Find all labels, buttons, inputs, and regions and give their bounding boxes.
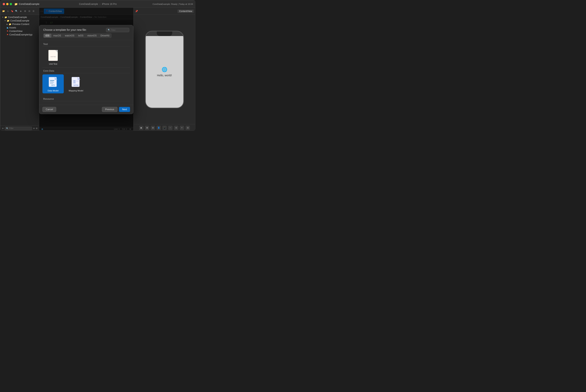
sidebar-item-project-root[interactable]: ▼ 📁 CoreDataExample [1, 16, 39, 19]
tab-driverkit[interactable]: DriverKit [99, 34, 111, 38]
phone-notch [157, 32, 172, 36]
section-header-resource: Resource [43, 96, 130, 101]
modal-footer: Cancel Previous Next [39, 105, 133, 114]
modal-header: Choose a template for your new file: iOS… [39, 25, 133, 40]
folder-icon[interactable]: 📂 [2, 10, 6, 13]
svg-rect-2 [50, 80, 54, 81]
svg-rect-3 [50, 81, 54, 82]
tab-macos[interactable]: macOS [51, 34, 63, 38]
sidebar-options-button[interactable]: ⊕ [33, 127, 35, 130]
sidebar-item-group[interactable]: ▼ 📁 CoreDataExample [1, 19, 39, 22]
sidebar-label-contentview: ContentView [9, 30, 23, 32]
globe-icon: 🌐 [162, 67, 167, 72]
template-geojson[interactable]: GEOJSON GeoJSON File [88, 102, 110, 105]
preview-toolbar: 📌 ContentView [134, 8, 195, 15]
next-button[interactable]: Next [119, 107, 130, 112]
diff-icon[interactable]: ◈ [19, 10, 23, 13]
titlebar-center: CoreDataExample › iPhone 16 Pro [79, 2, 117, 6]
unit-test-icon: Unit Test [48, 49, 59, 62]
bookmark-icon[interactable]: 🔖 [11, 10, 14, 13]
preview-btn-2[interactable]: ⊞ [145, 126, 149, 130]
app-swift-icon: ⚑ [7, 34, 9, 36]
sidebar-item-contentview[interactable]: ⚑ ContentView [1, 30, 39, 33]
sidebar-item-assets[interactable]: ◼ Assets [1, 26, 39, 30]
template-data-model[interactable]: DATA Data Model [43, 74, 64, 93]
zoom-in-button[interactable]: + [180, 126, 184, 130]
preview-folder-icon: 📁 [9, 23, 12, 26]
template-app-privacy[interactable]: PLIST App Privacy [43, 102, 64, 105]
search-icon[interactable]: 🔍 [15, 10, 18, 13]
preview-tab[interactable]: ContentView [178, 10, 194, 13]
preview-btn-3[interactable]: ⊟ [151, 126, 155, 130]
sidebar-content: ▼ 📁 CoreDataExample ▼ 📁 CoreDataExample … [1, 15, 39, 125]
pin-icon[interactable]: 📌 [135, 10, 138, 12]
previous-button[interactable]: Previous [102, 107, 118, 112]
add-file-button[interactable]: + [2, 127, 4, 130]
sidebar-bottom-bar: + 🔍 Filter ⊕ ⊞ [1, 125, 39, 131]
template-mapping-model[interactable]: MAPPING Mapping Model [65, 74, 87, 93]
titlebar-icon: 📁 [14, 2, 18, 6]
section-resource: Resource [43, 96, 130, 105]
grid-icon[interactable]: ⊞ [23, 10, 27, 13]
zoom-actual-button[interactable]: ⊡ [186, 126, 190, 130]
phone-screen: 🌐 Hello, world! [146, 36, 183, 108]
geojson-icon: GEOJSON [93, 104, 104, 105]
titlebar-status: CoreDataExample: Ready | Today at 16:04 [153, 3, 193, 5]
mapping-model-icon: MAPPING [71, 76, 81, 88]
layout-icon[interactable]: ⊟ [28, 10, 31, 13]
preview-btn-1[interactable]: ◉ [139, 126, 143, 130]
swift-icon: ⚑ [7, 30, 9, 32]
minimize-button[interactable] [6, 3, 9, 5]
template-unit-test[interactable]: Unit Test Unit Test [43, 48, 64, 66]
close-button[interactable] [3, 3, 5, 5]
platform-tabs: iOS macOS watchOS tvOS visionOS DriverKi… [43, 33, 112, 38]
tab-tvos[interactable]: tvOS [76, 34, 86, 38]
section-header-coredata: Core Data [43, 68, 130, 73]
preview-btn-5[interactable]: 📱 [162, 126, 167, 130]
warning-icon[interactable]: ⚠ [6, 10, 10, 13]
data-model-icon: DATA [48, 76, 59, 88]
svg-rect-5 [50, 83, 53, 84]
sidebar-item-app[interactable]: ⚑ CoreDataExampleApp [1, 33, 39, 36]
tab-watchos[interactable]: watchOS [63, 34, 76, 38]
sidebar-filter-box: 🔍 Filter [5, 127, 32, 130]
mapping-model-label: Mapping Model [69, 90, 83, 92]
maximize-button[interactable] [10, 3, 12, 5]
section-coredata: Core Data [43, 68, 130, 93]
titlebar-project-name: CoreDataExample [19, 2, 39, 6]
preview-btn-4[interactable]: 👤 [157, 126, 161, 130]
preview-content: 🌐 Hello, world! [134, 15, 195, 124]
tab-visionos[interactable]: visionOS [85, 34, 99, 38]
preview-area: 📌 ContentView 🌐 Hello, world! ◉ ⊞ ⊟ 👤 📱 [133, 8, 195, 131]
sidebar-label-assets: Assets [9, 26, 16, 29]
phone-mockup: 🌐 Hello, world! [145, 31, 184, 108]
zoom-out-button[interactable]: − [168, 126, 173, 130]
sidebar-view-button[interactable]: ⊞ [36, 127, 38, 130]
traffic-lights [3, 3, 12, 5]
unit-test-label: Unit Test [49, 63, 57, 65]
filter-icon: 🔍 [6, 128, 8, 130]
project-icon: 📁 [5, 16, 7, 18]
sidebar-toolbar: 📂 ⚠ 🔖 🔍 ◈ ⊞ ⊟ ☰ [1, 8, 39, 15]
device-label: iPhone 16 Pro [102, 3, 117, 6]
filter-placeholder: Filter [111, 29, 116, 31]
modal-filter-input[interactable]: 🔍 Filter [106, 28, 129, 32]
sidebar-item-preview-content[interactable]: ▶ 📁 Preview Content [1, 22, 39, 26]
run-destination: CoreDataExample [79, 3, 98, 6]
tab-ios[interactable]: iOS [44, 34, 51, 38]
sidebar-label-preview: Preview Content [12, 23, 29, 26]
cancel-button[interactable]: Cancel [43, 107, 56, 112]
sidebar-label-root: CoreDataExample [8, 16, 27, 18]
zoom-fit-button[interactable]: ⊙ [174, 126, 178, 130]
hello-world-text: Hello, world! [157, 74, 172, 77]
app-privacy-icon: PLIST [48, 104, 59, 105]
template-asset-catalog[interactable]: Asset Catalog [65, 102, 87, 105]
group-icon: 📁 [7, 20, 10, 22]
template-modal: Choose a template for your new file: iOS… [39, 25, 133, 114]
svg-rect-4 [50, 82, 54, 83]
sidebar: 📂 ⚠ 🔖 🔍 ◈ ⊞ ⊟ ☰ ▼ 📁 CoreDataExample [1, 8, 39, 131]
list-icon[interactable]: ☰ [32, 10, 35, 13]
filter-search-icon: 🔍 [108, 29, 110, 31]
sidebar-label-group: CoreDataExample [10, 19, 29, 22]
svg-text:MAPPING: MAPPING [74, 84, 79, 86]
